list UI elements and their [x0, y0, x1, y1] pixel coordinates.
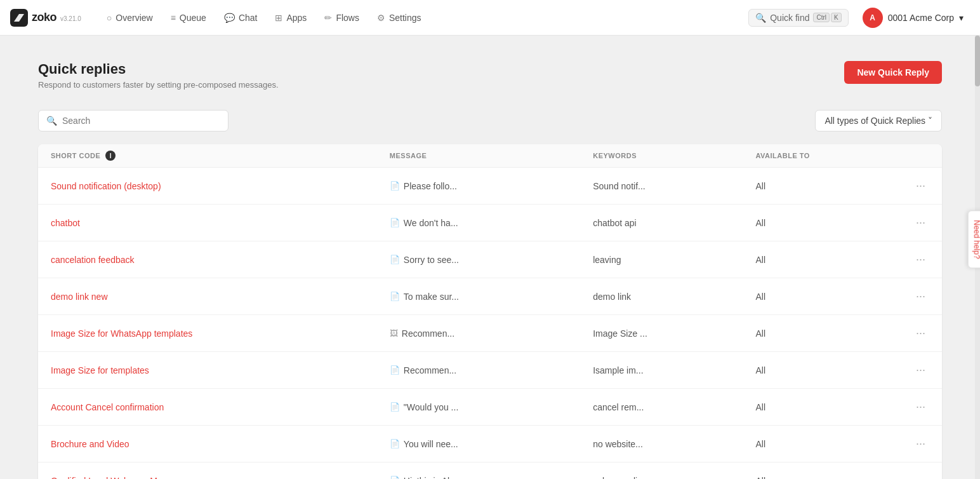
- new-quick-reply-button[interactable]: New Quick Reply: [844, 61, 942, 84]
- table-row: chatbot📄We don't ha...chatbot apiAll···: [38, 205, 942, 241]
- td-keywords-8: sales, quali...: [593, 476, 755, 480]
- table-row: Qualified Lead Welcome Message📄Hi, this …: [38, 462, 942, 479]
- more-menu-button-7[interactable]: ···: [912, 435, 929, 453]
- logo-area[interactable]: zoko v3.21.0: [10, 9, 81, 27]
- account-button[interactable]: A 0001 Acme Corp ▾: [856, 5, 970, 30]
- td-message-3: 📄To make sur...: [390, 292, 593, 302]
- scrollbar-thumb[interactable]: [975, 36, 980, 86]
- message-text-4: Recommen...: [402, 328, 454, 339]
- td-message-0: 📄Please follo...: [390, 181, 593, 191]
- more-menu-button-2[interactable]: ···: [912, 250, 929, 269]
- td-actions-2: ···: [891, 250, 929, 269]
- td-message-1: 📄We don't ha...: [390, 218, 593, 228]
- need-help-tab[interactable]: Need help?: [967, 210, 980, 268]
- nav-label-apps: Apps: [286, 13, 307, 23]
- document-icon: 📄: [390, 402, 400, 412]
- nav-item-queue[interactable]: ≡ Queue: [163, 9, 214, 27]
- keyboard-shortcut: Ctrl K: [813, 13, 841, 22]
- more-menu-button-8[interactable]: ···: [912, 471, 929, 479]
- chevron-down-icon: ▾: [959, 13, 963, 23]
- more-menu-button-5[interactable]: ···: [912, 361, 929, 379]
- overview-icon: ○: [107, 13, 112, 23]
- nav-item-settings[interactable]: ⚙ Settings: [369, 9, 429, 27]
- th-keywords: KEYWORDS: [593, 151, 755, 161]
- nav-item-overview[interactable]: ○ Overview: [99, 9, 161, 27]
- td-keywords-4: Image Size ...: [593, 328, 755, 339]
- td-short-code-5[interactable]: Image Size for templates: [51, 365, 390, 375]
- table-row: Image Size for templates📄Recommen...Isam…: [38, 352, 942, 389]
- td-short-code-4[interactable]: Image Size for WhatsApp templates: [51, 328, 390, 339]
- td-actions-4: ···: [891, 324, 929, 342]
- quick-find-button[interactable]: 🔍 Quick find Ctrl K: [748, 9, 848, 27]
- table-row: Image Size for WhatsApp templates🖼Recomm…: [38, 315, 942, 352]
- short-code-info-icon[interactable]: i: [105, 151, 116, 161]
- more-menu-button-3[interactable]: ···: [912, 287, 929, 306]
- td-message-4: 🖼Recommen...: [390, 328, 593, 339]
- td-available-to-4: All: [755, 328, 891, 339]
- table-row: cancelation feedback📄Sorry to see...leav…: [38, 241, 942, 278]
- nav-label-flows: Flows: [336, 13, 359, 23]
- more-menu-button-4[interactable]: ···: [912, 324, 929, 342]
- queue-icon: ≡: [171, 13, 176, 23]
- search-input[interactable]: [62, 116, 220, 126]
- td-message-5: 📄Recommen...: [390, 365, 593, 375]
- more-menu-button-1[interactable]: ···: [912, 213, 929, 232]
- td-message-8: 📄Hi, this is Ab...: [390, 476, 593, 480]
- nav-item-flows[interactable]: ✏ Flows: [317, 9, 367, 27]
- document-icon: 📄: [390, 181, 400, 191]
- nav-label-chat: Chat: [239, 13, 258, 23]
- k-key: K: [831, 13, 842, 22]
- nav-item-apps[interactable]: ⊞ Apps: [267, 9, 314, 27]
- message-text-0: Please follo...: [404, 181, 457, 191]
- type-filter-dropdown[interactable]: All types of Quick Replies ˅: [815, 110, 942, 132]
- table-header: SHORT CODE i MESSAGE KEYWORDS AVAILABLE …: [38, 144, 942, 168]
- document-icon: 📄: [390, 439, 400, 449]
- td-actions-5: ···: [891, 361, 929, 379]
- nav-item-chat[interactable]: 💬 Chat: [216, 9, 265, 27]
- main-content: Quick replies Respond to customers faste…: [0, 36, 980, 479]
- td-available-to-6: All: [755, 402, 891, 412]
- nav-label-queue: Queue: [180, 13, 206, 23]
- nav-right: 🔍 Quick find Ctrl K A 0001 Acme Corp ▾: [748, 5, 970, 30]
- td-short-code-8[interactable]: Qualified Lead Welcome Message: [51, 476, 390, 480]
- td-available-to-0: All: [755, 181, 891, 191]
- td-short-code-7[interactable]: Brochure and Video: [51, 439, 390, 449]
- td-message-7: 📄You will nee...: [390, 439, 593, 449]
- td-available-to-2: All: [755, 255, 891, 265]
- td-available-to-5: All: [755, 365, 891, 375]
- avatar: A: [863, 8, 883, 28]
- td-available-to-3: All: [755, 292, 891, 302]
- page-title-area: Quick replies Respond to customers faste…: [38, 61, 279, 90]
- apps-icon: ⊞: [275, 13, 282, 23]
- account-name: 0001 Acme Corp: [888, 13, 954, 23]
- th-available-to: AVAILABLE TO: [755, 151, 891, 161]
- image-icon: 🖼: [390, 328, 398, 338]
- more-menu-button-0[interactable]: ···: [912, 177, 929, 195]
- th-message: MESSAGE: [390, 151, 593, 161]
- td-short-code-0[interactable]: Sound notification (desktop): [51, 181, 390, 191]
- td-short-code-3[interactable]: demo link new: [51, 292, 390, 302]
- td-short-code-2[interactable]: cancelation feedback: [51, 255, 390, 265]
- document-icon: 📄: [390, 255, 400, 264]
- td-actions-7: ···: [891, 435, 929, 453]
- quick-find-label: Quick find: [770, 13, 809, 23]
- td-keywords-2: leaving: [593, 255, 755, 265]
- zoko-logo-icon: [10, 9, 28, 27]
- td-keywords-6: cancel rem...: [593, 402, 755, 412]
- more-menu-button-6[interactable]: ···: [912, 398, 929, 416]
- td-short-code-1[interactable]: chatbot: [51, 218, 390, 228]
- td-keywords-3: demo link: [593, 292, 755, 302]
- td-message-2: 📄Sorry to see...: [390, 255, 593, 265]
- message-text-5: Recommen...: [404, 365, 456, 375]
- nav-label-settings: Settings: [389, 13, 421, 23]
- td-message-6: 📄"Would you ...: [390, 402, 593, 412]
- td-keywords-1: chatbot api: [593, 218, 755, 228]
- search-icon: 🔍: [46, 116, 57, 126]
- td-short-code-6[interactable]: Account Cancel confirmation: [51, 402, 390, 412]
- search-box[interactable]: 🔍: [38, 110, 228, 132]
- message-text-6: "Would you ...: [404, 402, 458, 412]
- page-title: Quick replies: [38, 61, 279, 78]
- top-navigation: zoko v3.21.0 ○ Overview ≡ Queue 💬 Chat ⊞…: [0, 0, 980, 36]
- td-actions-8: ···: [891, 471, 929, 479]
- document-icon: 📄: [390, 218, 400, 227]
